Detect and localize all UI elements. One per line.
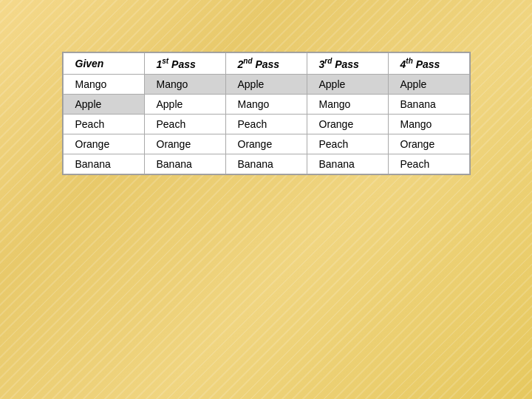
table-row: OrangeOrangeOrangePeachOrange xyxy=(63,134,469,154)
table-cell-r3-c0: Orange xyxy=(63,134,144,154)
insertion-sort-table: Given1st Pass2nd Pass3rd Pass4th Pass Ma… xyxy=(63,52,470,174)
table-cell-r3-c1: Orange xyxy=(144,134,225,154)
table-cell-r0-c1: Mango xyxy=(144,74,225,94)
table-cell-r2-c3: Orange xyxy=(307,114,388,134)
table-body: MangoMangoAppleAppleAppleAppleAppleMango… xyxy=(63,74,469,174)
table-cell-r0-c3: Apple xyxy=(307,74,388,94)
table-cell-r1-c1: Apple xyxy=(144,94,225,114)
table-cell-r4-c3: Banana xyxy=(307,154,388,174)
col-header-1: 1st Pass xyxy=(144,53,225,75)
table-cell-r4-c1: Banana xyxy=(144,154,225,174)
table-header-row: Given1st Pass2nd Pass3rd Pass4th Pass xyxy=(63,53,469,75)
table-cell-r2-c0: Peach xyxy=(63,114,144,134)
table-cell-r1-c4: Banana xyxy=(388,94,469,114)
table-row: BananaBananaBananaBananaPeach xyxy=(63,154,469,174)
table-cell-r1-c0: Apple xyxy=(63,94,144,114)
table-cell-r3-c2: Orange xyxy=(225,134,307,154)
table-cell-r3-c3: Peach xyxy=(307,134,388,154)
table-row: AppleAppleMangoMangoBanana xyxy=(63,94,469,114)
table-cell-r2-c2: Peach xyxy=(225,114,307,134)
table-cell-r2-c1: Peach xyxy=(144,114,225,134)
col-header-3: 3rd Pass xyxy=(307,53,388,75)
table-cell-r2-c4: Mango xyxy=(388,114,469,134)
col-header-0: Given xyxy=(63,53,144,75)
table-row: MangoMangoAppleAppleApple xyxy=(63,74,469,94)
sort-table-container: Given1st Pass2nd Pass3rd Pass4th Pass Ma… xyxy=(62,52,471,175)
col-header-4: 4th Pass xyxy=(388,53,469,75)
table-cell-r4-c2: Banana xyxy=(225,154,307,174)
table-cell-r1-c2: Mango xyxy=(225,94,307,114)
table-cell-r3-c4: Orange xyxy=(388,134,469,154)
table-cell-r0-c0: Mango xyxy=(63,74,144,94)
col-header-2: 2nd Pass xyxy=(225,53,307,75)
table-cell-r1-c3: Mango xyxy=(307,94,388,114)
table-row: PeachPeachPeachOrangeMango xyxy=(63,114,469,134)
page: Given1st Pass2nd Pass3rd Pass4th Pass Ma… xyxy=(0,0,532,399)
table-cell-r4-c0: Banana xyxy=(63,154,144,174)
table-cell-r0-c2: Apple xyxy=(225,74,307,94)
table-cell-r4-c4: Peach xyxy=(388,154,469,174)
table-cell-r0-c4: Apple xyxy=(388,74,469,94)
